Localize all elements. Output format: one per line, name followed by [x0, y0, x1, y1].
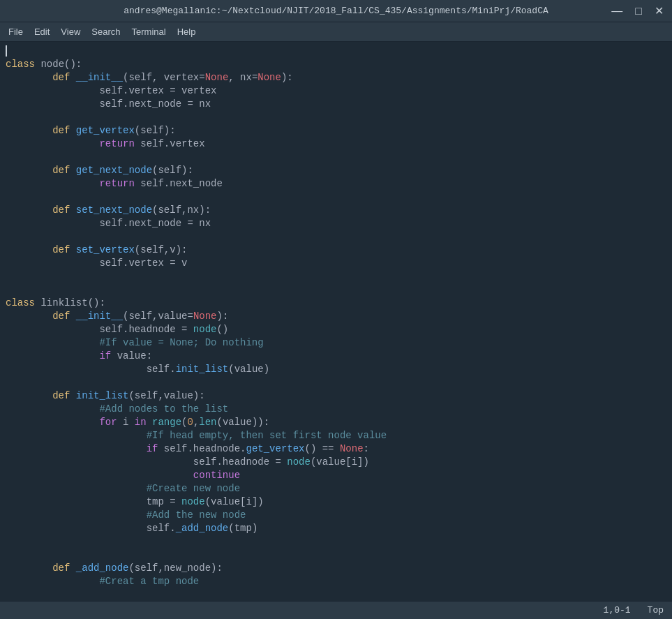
code-line: [0, 270, 672, 283]
code-line: class node():: [0, 58, 672, 71]
code-line: def get_vertex(self):: [0, 124, 672, 137]
editor[interactable]: class node(): def __init__(self, vertex=…: [0, 42, 672, 601]
cursor-position: 1,0-1: [604, 605, 631, 616]
code-line: self.headnode = node(value[i]): [0, 456, 672, 469]
window-controls[interactable]: — □ ✕: [608, 4, 666, 18]
code-line: def init_list(self,value):: [0, 389, 672, 403]
code-line: self.next_node = nx: [0, 98, 672, 111]
code-line: [0, 45, 672, 58]
code-line: [0, 376, 672, 389]
code-line: self.next_node = nx: [0, 217, 672, 230]
code-line: self.vertex = vertex: [0, 84, 672, 98]
code-line: [0, 283, 672, 297]
code-line: #Add nodes to the list: [0, 403, 672, 416]
code-line: self._add_node(tmp): [0, 522, 672, 535]
code-line: continue: [0, 469, 672, 482]
menu-file[interactable]: File: [3, 25, 29, 38]
code-line: [0, 549, 672, 562]
code-line: def __init__(self,value=None):: [0, 310, 672, 323]
code-line: if self.headnode.get_vertex() == None:: [0, 442, 672, 456]
menu-terminal[interactable]: Terminal: [126, 25, 172, 38]
code-line: def set_next_node(self,nx):: [0, 204, 672, 217]
scroll-position: Top: [648, 605, 664, 616]
code-line: def __init__(self, vertex=None, nx=None)…: [0, 71, 672, 84]
menu-search[interactable]: Search: [86, 25, 126, 38]
code-line: def get_next_node(self):: [0, 164, 672, 177]
menu-help[interactable]: Help: [172, 25, 202, 38]
close-button[interactable]: ✕: [652, 4, 666, 18]
code-line: [0, 111, 672, 124]
code-line: #Creat a tmp node: [0, 575, 672, 588]
menu-bar: File Edit View Search Terminal Help: [0, 22, 672, 42]
menu-edit[interactable]: Edit: [29, 25, 55, 38]
code-line: #Add the new node: [0, 509, 672, 522]
window-title: andres@Megallanic:~/Nextcloud/NJIT/2018_…: [124, 6, 548, 16]
maximize-button[interactable]: □: [632, 4, 645, 18]
menu-view[interactable]: View: [55, 25, 86, 38]
minimize-button[interactable]: —: [608, 4, 625, 18]
code-line: [0, 230, 672, 244]
code-line: if value:: [0, 350, 672, 363]
code-line: class linklist():: [0, 297, 672, 310]
code-line: self.vertex = v: [0, 257, 672, 270]
code-line: return self.vertex: [0, 137, 672, 151]
code-line: [0, 151, 672, 164]
code-line: [0, 535, 672, 549]
code-line: return self.next_node: [0, 177, 672, 191]
code-line: #If head empty, then set first node valu…: [0, 429, 672, 442]
status-bar: 1,0-1 Top: [0, 601, 672, 619]
code-line: #If value = None; Do nothing: [0, 336, 672, 350]
code-line: #Create new node: [0, 482, 672, 495]
code-line: self.headnode = node(): [0, 323, 672, 336]
code-line: [0, 191, 672, 204]
code-line: self.init_list(value): [0, 363, 672, 376]
code-line: tmp = node(value[i]): [0, 495, 672, 509]
code-line: def _add_node(self,new_node):: [0, 562, 672, 575]
title-bar: andres@Megallanic:~/Nextcloud/NJIT/2018_…: [0, 0, 672, 22]
code-line: def set_vertex(self,v):: [0, 244, 672, 257]
code-line: for i in range(0,len(value)):: [0, 416, 672, 429]
